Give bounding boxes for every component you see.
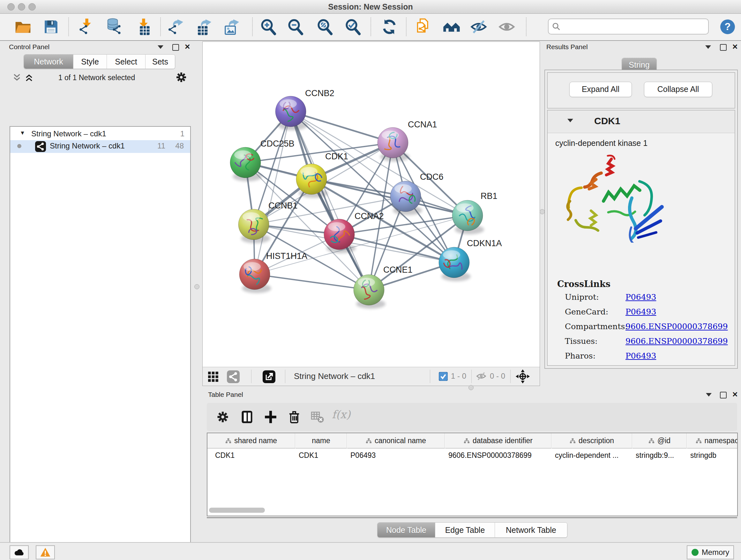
show-hidden-icon[interactable]: [498, 18, 516, 36]
zoom-out-icon[interactable]: [286, 18, 304, 36]
birdseye-grid-icon[interactable]: [208, 371, 219, 382]
bottom-splitter-handle[interactable]: [468, 385, 474, 390]
node-CCNA2[interactable]: [324, 219, 356, 253]
node-CDKN1A[interactable]: [439, 247, 471, 281]
results-panel-close-icon[interactable]: ✕: [732, 44, 738, 51]
table-cell[interactable]: cyclin-dependent ...: [552, 449, 632, 462]
crosslink-value-link[interactable]: P06493: [625, 351, 656, 361]
table-panel-close-icon[interactable]: ✕: [732, 391, 738, 398]
column-header-shared-name[interactable]: shared name: [207, 433, 295, 449]
save-session-icon[interactable]: [42, 18, 60, 36]
tab-network[interactable]: Network: [24, 55, 73, 69]
import-network-database-icon[interactable]: [106, 18, 124, 36]
left-splitter-handle[interactable]: [194, 284, 199, 289]
warnings-button[interactable]: [36, 545, 55, 559]
network-row[interactable]: String Network – cdk1 11 48: [10, 140, 190, 153]
cloud-button[interactable]: [10, 545, 29, 559]
crosslink-value-link[interactable]: 9606.ENSP00000378699: [625, 336, 728, 346]
table-cell[interactable]: CDK1: [207, 449, 295, 462]
node-CCNE1[interactable]: [354, 274, 386, 309]
tab-edge-table[interactable]: Edge Table: [435, 523, 495, 537]
table-cell[interactable]: stringdb: [687, 449, 738, 462]
zoom-in-icon[interactable]: [259, 18, 277, 36]
table-settings-gear-icon[interactable]: [216, 410, 230, 424]
toolbar-separator: [68, 17, 69, 36]
fit-content-crosshair-icon[interactable]: [515, 369, 530, 384]
control-panel-menu-icon[interactable]: [158, 45, 163, 49]
graphics-details-icon[interactable]: [443, 18, 461, 36]
results-panel-menu-icon[interactable]: [705, 45, 711, 49]
tab-node-table[interactable]: Node Table: [378, 523, 435, 537]
node-RB1[interactable]: [452, 200, 484, 234]
gene-header-row[interactable]: CDK1: [548, 111, 735, 133]
node-CCNA1[interactable]: [378, 127, 409, 162]
expand-all-button[interactable]: Expand All: [569, 82, 632, 97]
network-canvas[interactable]: CCNB2 CCNA1 CDC25B CDK1 CDC6 RB1 CCNB1 C…: [203, 42, 539, 367]
node-CCNB2[interactable]: [275, 96, 307, 130]
create-column-icon[interactable]: [264, 410, 278, 424]
export-table-icon[interactable]: [196, 18, 213, 36]
share-badge-icon[interactable]: [227, 370, 240, 383]
window-title: Session: New Session: [0, 0, 741, 13]
control-panel-tabs: NetworkStyleSelectSets: [23, 54, 175, 69]
crosslink-value-link[interactable]: P06493: [625, 293, 656, 302]
gene-collapse-caret-icon[interactable]: [567, 119, 573, 122]
zoom-selected-icon[interactable]: [344, 18, 361, 36]
column-header-description[interactable]: description: [552, 433, 632, 449]
table-horizontal-scrollbar[interactable]: [209, 508, 265, 513]
memory-button[interactable]: Memory: [687, 545, 734, 559]
table-cell[interactable]: 9606.ENSP00000378699: [445, 449, 551, 462]
tab-network-table[interactable]: Network Table: [495, 523, 567, 537]
zoom-fit-icon[interactable]: [316, 18, 333, 36]
column-header-namespace[interactable]: namespace: [687, 433, 738, 449]
import-table-icon[interactable]: [135, 18, 152, 36]
delete-column-icon[interactable]: [287, 410, 301, 424]
crosslink-value-link[interactable]: 9606.ENSP00000378699: [625, 322, 728, 331]
search-field[interactable]: [548, 18, 709, 35]
import-network-file-icon[interactable]: [78, 18, 96, 36]
tab-style[interactable]: Style: [73, 55, 107, 69]
edge-HIST1H1A-CCNE1[interactable]: [255, 274, 369, 290]
results-panel-float-icon[interactable]: [720, 44, 727, 51]
network-collection-row[interactable]: ▼ String Network – cdk1 1: [10, 129, 190, 140]
table-panel-float-icon[interactable]: [720, 392, 727, 398]
node-CDC25B[interactable]: [230, 147, 262, 181]
search-input[interactable]: [563, 20, 705, 33]
node-HIST1H1A[interactable]: [239, 259, 271, 293]
export-image-icon[interactable]: [223, 18, 241, 36]
control-panel-close-icon[interactable]: ✕: [185, 44, 190, 51]
gene-description: cyclin-dependent kinase 1: [555, 138, 648, 148]
table-panel-menu-icon[interactable]: [706, 393, 712, 396]
column-header--id[interactable]: @id: [632, 433, 687, 449]
table-cell[interactable]: CDK1: [295, 449, 347, 462]
column-header-database-identifier[interactable]: database identifier: [445, 433, 551, 449]
collection-label: String Network – cdk1: [31, 129, 106, 138]
node-label-CDK1: CDK1: [325, 152, 348, 161]
table-cell[interactable]: P06493: [347, 449, 445, 462]
refresh-view-icon[interactable]: [381, 18, 398, 36]
right-splitter-handle[interactable]: [540, 209, 545, 214]
tab-sets[interactable]: Sets: [145, 55, 175, 69]
show-columns-icon[interactable]: [240, 410, 254, 424]
column-header-name[interactable]: name: [295, 433, 347, 449]
selected-checkbox-icon[interactable]: [439, 372, 448, 381]
control-panel-float-icon[interactable]: [172, 44, 179, 51]
network-options-gear-icon[interactable]: [175, 71, 188, 84]
new-network-from-selection-icon[interactable]: [414, 18, 432, 36]
column-header-canonical-name[interactable]: canonical name: [347, 433, 445, 449]
hide-selected-icon[interactable]: [470, 18, 488, 36]
collapse-all-button[interactable]: Collapse All: [644, 82, 712, 97]
table-cell[interactable]: stringdb:9...: [632, 449, 686, 462]
node-label-RB1: RB1: [481, 191, 497, 201]
help-button[interactable]: ?: [720, 19, 736, 35]
tab-select[interactable]: Select: [107, 55, 145, 69]
edge-CCNB2-RB1[interactable]: [291, 111, 468, 215]
node-CDK1[interactable]: [296, 164, 328, 198]
export-network-icon[interactable]: [167, 18, 185, 36]
crosslink-value-link[interactable]: P06493: [625, 307, 656, 316]
edge-CCNB2-CCNE1[interactable]: [291, 111, 369, 290]
open-session-icon[interactable]: [14, 18, 32, 36]
collection-expand-caret-icon[interactable]: ▼: [20, 130, 25, 136]
cloud-icon: [14, 547, 24, 558]
open-in-window-icon[interactable]: [263, 370, 275, 383]
